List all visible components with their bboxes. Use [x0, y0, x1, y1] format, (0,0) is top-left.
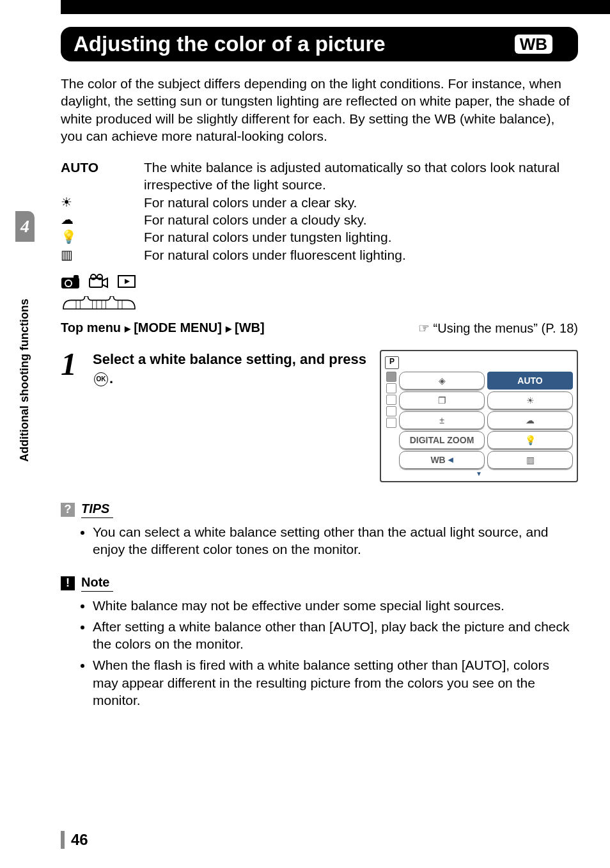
step-1-block: 1 Select a white balance setting, and pr… — [61, 350, 578, 482]
menu-item: ± — [399, 411, 485, 429]
intro-paragraph: The color of the subject differs dependi… — [61, 75, 578, 145]
tips-header: ? TIPS — [61, 501, 578, 518]
page-title-bar: Adjusting the color of a picture WB — [61, 27, 578, 61]
hand-pointer-icon: ☞ — [418, 321, 430, 335]
list-item: When the flash is fired with a white bal… — [93, 656, 578, 709]
option-desc: For natural colors under tungsten lighti… — [144, 228, 578, 246]
mode-dial-illustration — [61, 274, 578, 312]
list-item: After setting a white balance other than… — [93, 618, 578, 653]
chapter-title: Additional shooting functions — [18, 244, 31, 462]
mode-p-badge: P — [385, 356, 399, 369]
list-item: White balance may not be effective under… — [93, 597, 578, 614]
option-key-auto: AUTO — [61, 159, 144, 194]
step-text-before: Select a white balance setting, and pres… — [93, 351, 366, 367]
option-desc: For natural colors under a clear sky. — [144, 194, 578, 211]
menu-value-tungsten-icon: 💡 — [487, 431, 573, 449]
menu-tab-bars — [386, 372, 396, 469]
option-key-fluorescent-icon: ▥ — [61, 246, 144, 264]
option-key-tungsten-icon: 💡 — [61, 228, 144, 246]
chapter-tab: 4 Additional shooting functions — [15, 211, 35, 464]
menu-path-row: Top menu ▶ [MODE MENU] ▶ [WB] ☞ “Using t… — [61, 320, 578, 336]
svg-point-3 — [66, 281, 71, 286]
note-header: ! Note — [61, 575, 578, 592]
menu-item-wb: WB ◀ — [399, 451, 485, 469]
reference-text: “Using the menus” (P. 18) — [434, 321, 578, 335]
camera-icon — [61, 274, 80, 294]
option-key-sunny-icon: ☀ — [61, 194, 144, 211]
menu-path-seg2: [WB] — [235, 320, 265, 335]
menu-value-fluorescent-icon: ▥ — [487, 451, 573, 469]
menu-value-auto: AUTO — [487, 372, 573, 390]
menu-item: ◈ — [399, 372, 485, 390]
top-black-band — [61, 0, 610, 14]
playback-icon — [117, 274, 136, 294]
menu-item: DIGITAL ZOOM — [399, 431, 485, 449]
step-text-after: . — [109, 370, 113, 386]
option-key-cloudy-icon: ☁ — [61, 211, 144, 228]
menu-value-cloudy-icon: ☁ — [487, 411, 573, 429]
movie-icon — [89, 274, 108, 294]
ok-button-icon: OK — [94, 372, 108, 386]
camera-menu-screenshot: P ◈ ❐ ± DIGITAL ZOOM WB ◀ AUTO ☀ — [380, 350, 578, 482]
mode-dial-icon — [61, 296, 137, 312]
option-desc: The white balance is adjusted automatica… — [144, 159, 578, 194]
note-list: White balance may not be effective under… — [84, 597, 578, 709]
menu-item-label: WB — [430, 455, 445, 465]
menu-path-prefix: Top menu — [61, 320, 125, 335]
svg-rect-1 — [74, 275, 79, 279]
option-desc: For natural colors under fluorescent lig… — [144, 246, 578, 264]
menu-path: Top menu ▶ [MODE MENU] ▶ [WB] — [61, 320, 265, 335]
option-desc: For natural colors under a cloudy sky. — [144, 211, 578, 228]
menu-item: ❐ — [399, 391, 485, 409]
chapter-number: 4 — [15, 211, 35, 242]
tips-badge-icon: ? — [61, 503, 75, 517]
step-number: 1 — [61, 350, 80, 482]
menu-value-sunny-icon: ☀ — [487, 391, 573, 409]
list-item: You can select a white balance setting o… — [93, 523, 578, 558]
page-title: Adjusting the color of a picture — [74, 32, 386, 56]
wb-icon: WB — [515, 35, 552, 54]
wb-options-table: AUTO The white balance is adjusted autom… — [61, 159, 578, 264]
menu-path-seg1: [MODE MENU] — [134, 320, 222, 335]
step-text: Select a white balance setting, and pres… — [93, 350, 367, 482]
down-arrow-icon: ▼ — [385, 470, 573, 477]
note-heading: Note — [81, 575, 113, 592]
tips-list: You can select a white balance setting o… — [84, 523, 578, 558]
note-badge-icon: ! — [61, 576, 75, 590]
left-arrow-icon: ◀ — [448, 456, 453, 463]
page-number: 46 — [61, 831, 88, 849]
tips-heading: TIPS — [81, 501, 113, 518]
reference-link: ☞ “Using the menus” (P. 18) — [418, 320, 578, 336]
